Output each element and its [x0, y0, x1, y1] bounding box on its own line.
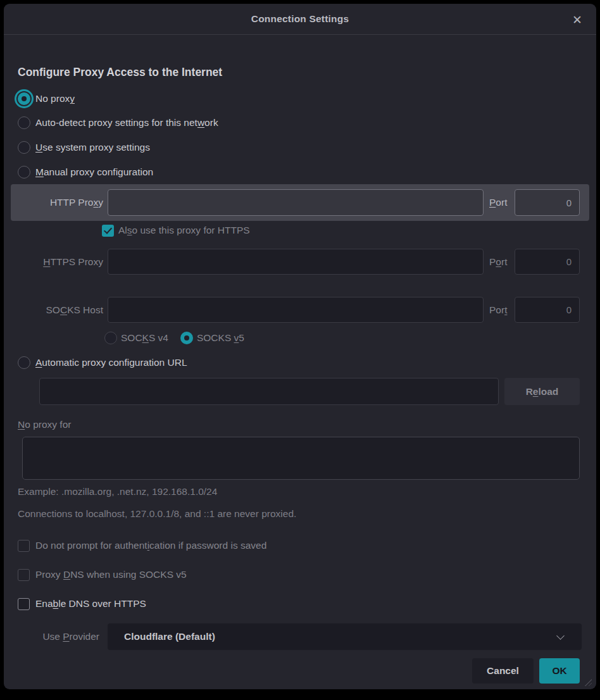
socks-host-input[interactable]	[108, 297, 484, 323]
https-proxy-input[interactable]	[108, 249, 484, 275]
https-port-input[interactable]	[515, 249, 580, 275]
close-icon: ✕	[572, 14, 582, 26]
no-proxy-for-textarea[interactable]	[22, 437, 580, 480]
example-text: Example: .mozilla.org, .net.nz, 192.168.…	[18, 486, 217, 497]
reload-button[interactable]: Reload	[504, 378, 580, 405]
radio-label: Use system proxy settings	[35, 142, 150, 153]
radio-label: Automatic proxy configuration URL	[35, 357, 187, 368]
radio-socks-v4[interactable]	[104, 332, 117, 344]
radio-socks-v4-label: SOCKS v4	[121, 332, 168, 344]
resize-grip[interactable]	[582, 677, 592, 686]
chevron-down-icon	[558, 633, 564, 639]
provider-selected-value: Cloudflare (Default)	[124, 631, 215, 642]
radio-label: No proxy	[35, 93, 75, 104]
checkbox-also-use-for-https[interactable]: Also use this proxy for HTTPS	[4, 222, 447, 239]
checkbox-label: Also use this proxy for HTTPS	[118, 225, 250, 236]
radio-socks-v5[interactable]	[180, 332, 193, 344]
radio-option-auto-detect[interactable]: Auto-detect proxy settings for this netw…	[4, 114, 447, 132]
checkbox-label: Enable DNS over HTTPS	[35, 598, 146, 609]
radio-label: Manual proxy configuration	[35, 166, 153, 178]
checkbox-indicator[interactable]	[18, 540, 30, 552]
https-proxy-row: HTTPS Proxy Port	[11, 249, 589, 275]
reload-button-label: Reload	[526, 386, 559, 397]
socks-version-group: SOCKS v4 SOCKS v5	[4, 329, 447, 347]
socks-port-input[interactable]	[515, 297, 580, 323]
radio-indicator[interactable]	[18, 116, 30, 129]
close-button[interactable]: ✕	[568, 11, 586, 28]
checkbox-indicator[interactable]	[18, 569, 30, 581]
radio-indicator[interactable]	[18, 356, 30, 369]
radio-indicator[interactable]	[18, 141, 30, 154]
page-heading: Configure Proxy Access to the Internet	[18, 66, 222, 79]
cancel-button[interactable]: Cancel	[472, 658, 534, 684]
localhost-note-text: Connections to localhost, 127.0.0.1/8, a…	[18, 508, 296, 520]
provider-dropdown[interactable]: Cloudflare (Default)	[108, 623, 582, 650]
http-port-label: Port	[489, 184, 507, 221]
checkbox-label: Do not prompt for authentication if pass…	[35, 540, 266, 551]
checkbox-indicator[interactable]	[18, 598, 30, 610]
http-proxy-row-highlight: HTTP Proxy Port	[11, 184, 589, 221]
checkbox-label: Proxy DNS when using SOCKS v5	[35, 569, 187, 580]
checkbox-proxy-dns-socks5[interactable]: Proxy DNS when using SOCKS v5	[4, 566, 485, 584]
auto-config-url-input[interactable]	[39, 378, 499, 405]
http-proxy-label: HTTP Proxy	[11, 184, 103, 221]
radio-indicator[interactable]	[18, 92, 30, 105]
radio-indicator[interactable]	[18, 166, 30, 178]
radio-option-use-system[interactable]: Use system proxy settings	[4, 139, 447, 156]
checkbox-enable-doh[interactable]: Enable DNS over HTTPS	[4, 595, 485, 613]
checkbox-no-auth-prompt[interactable]: Do not prompt for authentication if pass…	[4, 537, 485, 554]
http-port-input[interactable]	[515, 189, 580, 216]
title-bar: Connection Settings ✕	[4, 4, 596, 35]
radio-socks-v5-label: SOCKS v5	[197, 332, 244, 344]
ok-button-label: OK	[552, 665, 566, 677]
radio-option-manual[interactable]: Manual proxy configuration	[4, 163, 447, 181]
http-proxy-input[interactable]	[108, 189, 484, 216]
radio-label: Auto-detect proxy settings for this netw…	[35, 117, 218, 128]
checkbox-indicator[interactable]	[102, 225, 114, 237]
socks-port-label: Port	[489, 297, 507, 323]
no-proxy-for-label: No proxy for	[18, 417, 71, 432]
socks-host-row: SOCKS Host Port	[11, 297, 589, 323]
dialog-title: Connection Settings	[251, 13, 349, 25]
cancel-button-label: Cancel	[487, 665, 519, 677]
ok-button[interactable]: OK	[539, 658, 580, 684]
radio-option-no-proxy[interactable]: No proxy	[4, 90, 447, 108]
https-proxy-label: HTTPS Proxy	[11, 249, 103, 275]
radio-option-auto-url[interactable]: Automatic proxy configuration URL	[4, 354, 447, 372]
connection-settings-dialog: Connection Settings ✕ Configure Proxy Ac…	[4, 4, 596, 689]
https-port-label: Port	[489, 249, 507, 275]
socks-host-label: SOCKS Host	[11, 297, 103, 323]
use-provider-label: Use Provider	[4, 623, 99, 650]
